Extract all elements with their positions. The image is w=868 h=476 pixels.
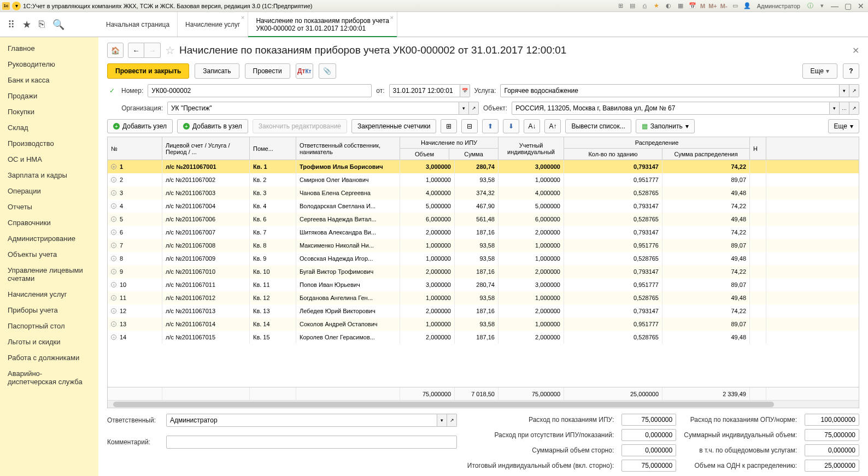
- expand-icon[interactable]: +: [111, 308, 116, 314]
- responsible-open[interactable]: ↗: [447, 414, 457, 427]
- expand-icon[interactable]: +: [111, 177, 116, 183]
- sort-asc-button[interactable]: A↓: [524, 119, 540, 133]
- expand-icon[interactable]: +: [111, 164, 116, 169]
- col-room[interactable]: Поме...: [250, 137, 296, 160]
- window-maximize[interactable]: ▢: [843, 1, 853, 11]
- write-button[interactable]: Записать: [195, 63, 239, 79]
- col-volume[interactable]: Объем: [400, 149, 449, 160]
- expand-icon[interactable]: +: [111, 295, 116, 301]
- tb-icon-5[interactable]: ◐: [664, 2, 673, 10]
- expand-icon[interactable]: +: [111, 256, 116, 261]
- org-open[interactable]: ↗: [469, 102, 479, 115]
- expand-icon[interactable]: +: [111, 190, 116, 196]
- sidebar-item-3[interactable]: Продажи: [0, 88, 98, 104]
- table-row[interactable]: +1л/с №2011067001Кв. 1Трофимов Илья Бори…: [108, 160, 859, 173]
- dtpl-button[interactable]: ДтКт: [296, 63, 313, 79]
- sidebar-item-0[interactable]: Главное: [0, 40, 98, 56]
- service-open[interactable]: ↗: [849, 84, 859, 97]
- table-row[interactable]: +3л/с №2011067003Кв. 3Чанова Елена Серге…: [108, 186, 859, 199]
- add-node-button[interactable]: +Добавить узел: [107, 119, 173, 133]
- tb-icon-2[interactable]: ▤: [628, 2, 637, 10]
- calendar-button[interactable]: 📅: [460, 84, 470, 97]
- table-row[interactable]: +11л/с №2011067012Кв. 12Богданова Ангели…: [108, 291, 859, 304]
- col-owner[interactable]: Ответственный собственник, наниматель: [296, 137, 400, 160]
- tb-icon-3[interactable]: ⎙: [640, 2, 649, 10]
- output-list-button[interactable]: Вывести список...: [565, 119, 631, 133]
- user-name[interactable]: Администратор: [755, 3, 802, 9]
- table-row[interactable]: +14л/с №2011067015Кв. 15Королев Олег Гер…: [108, 331, 859, 344]
- object-open[interactable]: ↗: [849, 102, 859, 115]
- star-icon[interactable]: ★: [22, 19, 31, 31]
- history-icon[interactable]: ⎘: [39, 19, 45, 30]
- sidebar-item-14[interactable]: Управление лицевыми счетами: [0, 262, 98, 286]
- table-row[interactable]: +5л/с №2011067006Кв. 6Сергеева Надежда В…: [108, 213, 859, 226]
- sidebar-item-12[interactable]: Администрирование: [0, 231, 98, 246]
- sidebar-item-18[interactable]: Льготы и скидки: [0, 334, 98, 350]
- info-drop[interactable]: ▾: [818, 2, 826, 10]
- tb-icon-6[interactable]: ▦: [676, 2, 685, 10]
- sidebar-item-2[interactable]: Банк и касса: [0, 72, 98, 88]
- favorite-toggle[interactable]: ☆: [165, 44, 175, 57]
- expand-icon[interactable]: +: [111, 282, 116, 287]
- sort-desc-button[interactable]: A↑: [544, 119, 561, 133]
- tab-calc[interactable]: Начисление услуг×: [178, 12, 248, 37]
- apps-icon[interactable]: ⠿: [8, 19, 15, 31]
- window-minimize[interactable]: —: [830, 1, 840, 11]
- h-scrollbar[interactable]: [108, 400, 859, 408]
- table-row[interactable]: +4л/с №2011067004Кв. 4Володарская Светла…: [108, 199, 859, 213]
- expand-icon[interactable]: +: [111, 243, 116, 248]
- col-dist-sum[interactable]: Сумма распределения: [662, 149, 749, 160]
- sidebar-item-7[interactable]: ОС и НМА: [0, 151, 98, 167]
- responsible-drop[interactable]: ▾: [437, 414, 447, 427]
- sidebar-item-6[interactable]: Производство: [0, 136, 98, 151]
- sidebar-item-13[interactable]: Объекты учета: [0, 246, 98, 262]
- table-more-button[interactable]: Еще ▾: [828, 119, 859, 133]
- service-drop[interactable]: ▾: [840, 84, 849, 97]
- object-drop[interactable]: ▾: [830, 102, 840, 115]
- org-input[interactable]: [167, 102, 459, 115]
- table-row[interactable]: +8л/с №2011067009Кв. 9Осовская Надежда И…: [108, 252, 859, 265]
- sidebar-item-1[interactable]: Руководителю: [0, 56, 98, 72]
- table-row[interactable]: +12л/с №2011067013Кв. 13Лебедев Юрий Вик…: [108, 304, 859, 318]
- col-dist-qty[interactable]: Кол-во по зданию: [564, 149, 662, 160]
- move-up-button[interactable]: ⬆: [482, 119, 498, 133]
- tree-collapse-button[interactable]: ⊟: [461, 119, 478, 133]
- table-row[interactable]: +9л/с №2011067010Кв. 10Бугай Виктор Троф…: [108, 265, 859, 278]
- post-close-button[interactable]: Провести и закрыть: [107, 63, 189, 79]
- table-row[interactable]: +10л/с №2011067011Кв. 11Попов Иван Юрьев…: [108, 278, 859, 291]
- sidebar-item-16[interactable]: Приборы учета: [0, 302, 98, 318]
- tb-icon-1[interactable]: ⊞: [616, 2, 625, 10]
- table-row[interactable]: +13л/с №2011067014Кв. 14Соколов Андрей О…: [108, 318, 859, 331]
- search-icon[interactable]: 🔍: [52, 19, 64, 31]
- expand-icon[interactable]: +: [111, 269, 116, 274]
- help-button[interactable]: ?: [843, 63, 859, 79]
- m-plus[interactable]: M+: [708, 3, 717, 9]
- col-no[interactable]: №: [108, 137, 162, 160]
- close-icon[interactable]: ×: [241, 14, 244, 21]
- org-drop[interactable]: ▾: [459, 102, 469, 115]
- col-account[interactable]: Лицевой счет / Услуга / Период / ...: [162, 137, 250, 160]
- object-input[interactable]: [512, 102, 830, 115]
- object-more[interactable]: …: [840, 102, 849, 115]
- info-icon[interactable]: ⓘ: [806, 2, 814, 10]
- sidebar-item-17[interactable]: Паспортный стол: [0, 318, 98, 334]
- sidebar-item-8[interactable]: Зарплата и кадры: [0, 167, 98, 183]
- comment-input[interactable]: [166, 436, 457, 449]
- calendar-icon[interactable]: 📅: [688, 2, 697, 10]
- tab-home[interactable]: Начальная страница: [98, 12, 178, 37]
- window-close[interactable]: ✕: [856, 1, 866, 11]
- forward-button[interactable]: →: [144, 43, 161, 58]
- more-button[interactable]: Еще: [802, 63, 837, 79]
- add-into-button[interactable]: +Добавить в узел: [177, 119, 248, 133]
- tab-document[interactable]: Начисление по показаниям приборов учета …: [248, 12, 397, 37]
- table-row[interactable]: +2л/с №2011067002Кв. 2Смирнов Олег Ивано…: [108, 173, 859, 186]
- home-button[interactable]: 🏠: [107, 43, 124, 58]
- back-button[interactable]: ←: [128, 43, 144, 58]
- expand-icon[interactable]: +: [111, 203, 116, 209]
- sidebar-item-19[interactable]: Работа с должниками: [0, 350, 98, 366]
- sidebar-item-20[interactable]: Аварийно-диспетчерская служба: [0, 366, 98, 390]
- close-page-button[interactable]: ✕: [852, 45, 859, 56]
- sidebar-item-5[interactable]: Склад: [0, 120, 98, 136]
- expand-icon[interactable]: +: [111, 321, 116, 327]
- close-icon[interactable]: ×: [390, 14, 393, 21]
